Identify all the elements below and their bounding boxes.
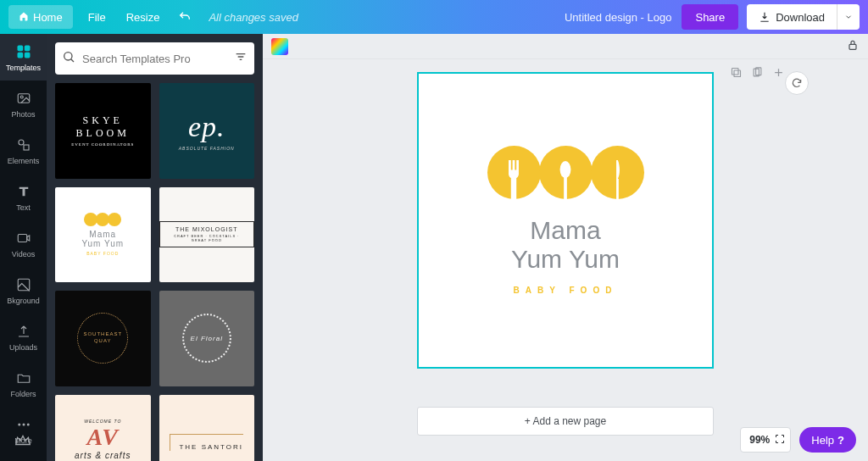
- svg-point-19: [560, 161, 571, 178]
- template-thumb[interactable]: ep. ABSOLUTE FASHION: [159, 83, 255, 179]
- svg-point-10: [18, 424, 20, 426]
- templates-icon: [14, 42, 33, 61]
- filter-icon[interactable]: [234, 50, 248, 67]
- search-input[interactable]: [82, 53, 227, 65]
- copy-page-icon[interactable]: [751, 66, 764, 82]
- svg-rect-7: [24, 145, 29, 150]
- svg-rect-8: [18, 235, 27, 242]
- download-label: Download: [776, 11, 825, 24]
- thumb-sub: CRAFT BEER · COCKTAILS · GREAT FOOD: [169, 234, 246, 242]
- template-thumb[interactable]: THE SANTORI: [159, 395, 255, 462]
- chevron-down-icon: [844, 13, 853, 21]
- artboard[interactable]: Mama Yum Yum BABY FOOD: [417, 72, 714, 369]
- uploads-icon: [14, 322, 33, 341]
- svg-rect-1: [24, 46, 30, 52]
- document-title[interactable]: Untitled design - Logo: [565, 11, 671, 24]
- template-thumb[interactable]: El Floral: [159, 291, 255, 386]
- svg-point-12: [26, 424, 29, 426]
- logo-line2[interactable]: Yum Yum: [511, 245, 620, 274]
- rail-label: Folders: [10, 390, 36, 398]
- template-thumb[interactable]: THE MIXOLOGIST CRAFT BEER · COCKTAILS · …: [159, 187, 255, 283]
- rail-bkground[interactable]: Bkground: [0, 267, 47, 314]
- knife-icon: [591, 146, 644, 199]
- logo-line1[interactable]: Mama: [530, 216, 600, 245]
- help-label: Help: [811, 434, 834, 447]
- svg-point-6: [19, 140, 24, 145]
- lock-icon[interactable]: [846, 38, 860, 55]
- zoom-control[interactable]: 99%: [740, 427, 791, 453]
- rail-photos[interactable]: Photos: [0, 81, 47, 127]
- add-page-icon[interactable]: [772, 66, 785, 82]
- zoom-value: 99%: [749, 434, 770, 446]
- rotate-handle[interactable]: [785, 71, 809, 95]
- thumb-sub: EVENT COORDINATORS: [71, 142, 134, 147]
- rail-templates[interactable]: Templates: [0, 34, 47, 81]
- background-icon: [14, 275, 33, 294]
- rotate-icon: [791, 77, 803, 89]
- svg-rect-2: [17, 53, 23, 58]
- file-menu[interactable]: File: [78, 0, 116, 34]
- resize-menu[interactable]: Resize: [116, 0, 170, 34]
- svg-rect-0: [17, 46, 23, 52]
- app-header: Home File Resize All changes saved Untit…: [0, 0, 868, 34]
- undo-button[interactable]: [170, 0, 200, 34]
- rail-label: Videos: [12, 250, 35, 258]
- canvas-stage[interactable]: Mama Yum Yum BABY FOOD + Add a new page …: [263, 59, 868, 461]
- rail-text[interactable]: Text: [0, 174, 47, 220]
- template-thumb[interactable]: WELCOME TO AV arts & crafts HANDMADE WIT…: [55, 395, 151, 462]
- question-icon: ?: [837, 434, 844, 447]
- thumb-text: THE SANTORI: [170, 434, 243, 451]
- svg-rect-16: [732, 69, 739, 75]
- text-icon: [14, 182, 33, 201]
- thumb-text: SKYE: [83, 114, 123, 127]
- template-thumb[interactable]: SOUTHEASTQUAY: [55, 291, 151, 386]
- elements-icon: [14, 136, 33, 154]
- rail-videos[interactable]: Videos: [0, 220, 47, 267]
- save-status: All changes saved: [209, 11, 298, 24]
- thumb-text: Yum Yum: [81, 239, 124, 248]
- crown-icon[interactable]: [14, 430, 34, 451]
- download-icon: [759, 11, 771, 23]
- download-button[interactable]: Download: [747, 4, 837, 30]
- videos-icon: [14, 229, 33, 247]
- spoon-icon: [539, 146, 593, 199]
- svg-rect-3: [24, 53, 30, 58]
- home-button[interactable]: Home: [8, 5, 73, 29]
- home-icon: [19, 11, 29, 24]
- expand-icon: [775, 434, 785, 447]
- svg-rect-4: [18, 94, 30, 103]
- share-button[interactable]: Share: [682, 4, 738, 30]
- duplicate-page-icon[interactable]: [730, 66, 743, 82]
- template-thumb[interactable]: Mama Yum Yum BABY FOOD: [55, 187, 151, 283]
- color-swatch[interactable]: [271, 38, 288, 55]
- tool-rail: Templates Photos Elements Text Videos Bk…: [0, 34, 47, 461]
- template-thumb[interactable]: SKYE BLOOM EVENT COORDINATORS: [55, 83, 151, 179]
- logo-utensils: [488, 146, 643, 199]
- thumb-text: AV: [87, 424, 119, 451]
- svg-point-11: [22, 424, 25, 426]
- photos-icon: [14, 89, 33, 108]
- template-grid[interactable]: SKYE BLOOM EVENT COORDINATORS ep. ABSOLU…: [55, 83, 254, 461]
- thumb-text: BLOOM: [76, 127, 130, 140]
- fork-icon: [487, 146, 541, 199]
- search-bar: [55, 42, 254, 75]
- canvas-toolbar: [263, 34, 868, 59]
- add-page-button[interactable]: + Add a new page: [417, 407, 714, 436]
- home-label: Home: [33, 11, 63, 24]
- rail-label: Bkground: [7, 297, 40, 305]
- help-button[interactable]: Help ?: [799, 427, 856, 453]
- rail-folders[interactable]: Folders: [0, 360, 47, 407]
- rail-uploads[interactable]: Uploads: [0, 314, 47, 360]
- svg-rect-15: [734, 70, 741, 77]
- rail-elements[interactable]: Elements: [0, 127, 47, 174]
- download-menu-caret[interactable]: [837, 4, 860, 30]
- templates-panel: SKYE BLOOM EVENT COORDINATORS ep. ABSOLU…: [47, 34, 263, 461]
- folders-icon: [14, 369, 33, 387]
- rail-label: Uploads: [9, 343, 37, 352]
- rail-label: Photos: [11, 110, 35, 119]
- thumb-sub: ABSOLUTE FASHION: [179, 146, 235, 151]
- thumb-text: QUAY: [94, 338, 112, 343]
- logo-subtitle[interactable]: BABY FOOD: [514, 286, 618, 295]
- svg-rect-14: [849, 44, 856, 49]
- thumb-text: El Floral: [191, 335, 223, 342]
